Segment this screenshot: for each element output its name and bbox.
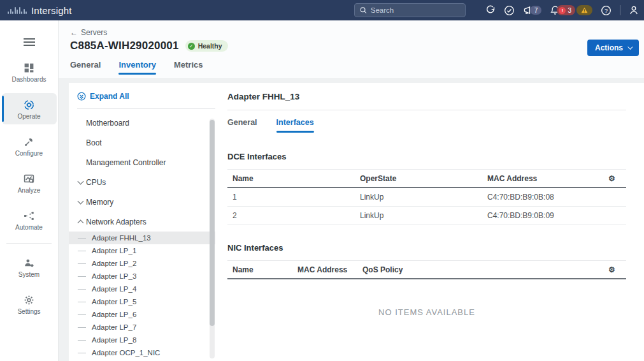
sidebar-item-label: Analyze — [2, 187, 57, 194]
tree-item-label: Motherboard — [86, 119, 129, 128]
table-row[interactable]: 1 LinkUp C4:70:BD:B9:0B:08 — [227, 188, 626, 207]
tree-item[interactable]: Network Adapters — [69, 212, 215, 232]
cell-operstate: LinkUp — [355, 188, 482, 207]
tree-item-label: Memory — [86, 198, 113, 207]
sidebar-item-automate[interactable]: Automate — [2, 204, 57, 235]
tree-connector — [78, 238, 86, 239]
actions-button-label: Actions — [595, 43, 623, 52]
tree-connector — [78, 314, 86, 315]
content-area: ←Servers C885A-WIH29020001 ✓ Healthy Act… — [59, 20, 644, 361]
refresh-icon[interactable] — [485, 5, 496, 15]
global-search[interactable] — [354, 3, 466, 17]
tree-item-label: CPUs — [86, 178, 106, 187]
tree-connector — [78, 289, 86, 290]
tree-item[interactable]: Boot — [69, 133, 215, 152]
dashboards-icon — [2, 62, 57, 73]
tree-item[interactable]: Motherboard — [69, 113, 215, 133]
page-head: ←Servers C885A-WIH29020001 ✓ Healthy Act… — [59, 20, 644, 78]
sidebar-item-operate[interactable]: Operate — [2, 93, 57, 124]
col-header-qos[interactable]: QoS Policy — [357, 261, 603, 279]
tree-item[interactable]: Adapter LP_1 — [69, 244, 215, 257]
sidebar-item-settings[interactable]: Settings — [2, 288, 57, 320]
chevron-down-icon — [627, 44, 633, 49]
inventory-tree-pane: Expand All Motherboard Boot — [69, 83, 215, 361]
col-header-mac[interactable]: MAC Address — [482, 170, 603, 188]
warning-triangle-icon — [581, 7, 588, 13]
breadcrumb-back[interactable]: ←Servers — [70, 28, 107, 37]
table-row[interactable]: 2 LinkUp C4:70:BD:B9:0B:09 — [227, 207, 626, 225]
header-divider — [620, 5, 620, 15]
tree-connector — [78, 353, 86, 353]
cell-mac: C4:70:BD:B9:0B:09 — [482, 207, 603, 225]
svg-text:?: ? — [605, 7, 608, 13]
tree-connector — [78, 251, 86, 251]
tree-item-label: Adapter LP_5 — [92, 298, 136, 306]
tree-item-label: Adapter FHHL_13 — [92, 234, 151, 242]
adapter-detail-pane: Adapter FHHL_13 General Interfaces DCE I… — [215, 83, 644, 361]
tab-metrics[interactable]: Metrics — [174, 60, 203, 75]
tree-item-label: Adapter LP_3 — [92, 272, 136, 280]
tree-scrollbar-thumb[interactable] — [210, 120, 215, 326]
adapter-tabs: General Interfaces — [227, 118, 626, 133]
health-check-icon: ✓ — [188, 43, 195, 50]
help-icon[interactable]: ? — [601, 5, 612, 16]
table-settings-gear-icon[interactable]: ⚙ — [603, 170, 626, 188]
adapter-tab-general[interactable]: General — [227, 118, 257, 133]
alarms-group[interactable]: ! 3 — [550, 5, 592, 16]
tree-item-label: Adapter LP_8 — [92, 336, 136, 344]
col-header-operstate[interactable]: OperState — [355, 170, 482, 188]
expand-all-label: Expand All — [90, 92, 129, 101]
tree-item[interactable]: Management Controller — [69, 152, 215, 172]
nav-divider — [6, 243, 52, 244]
analyze-icon — [2, 173, 57, 184]
table-settings-gear-icon[interactable]: ⚙ — [603, 261, 626, 279]
nic-interfaces-title: NIC Interfaces — [227, 243, 626, 253]
sidebar-item-label: System — [2, 271, 57, 278]
user-icon[interactable] — [629, 5, 639, 15]
sidebar-item-system[interactable]: System — [2, 251, 57, 283]
tree-item-label: Adapter OCP_1_NIC — [92, 349, 160, 357]
sidebar-item-dashboards[interactable]: Dashboards — [2, 56, 57, 87]
col-header-name[interactable]: Name — [227, 170, 355, 188]
tree-item[interactable]: Adapter LP_6 — [69, 308, 215, 321]
tree-item[interactable]: Adapter LP_3 — [69, 270, 215, 283]
search-input[interactable] — [371, 6, 460, 14]
expand-all-button[interactable]: Expand All — [77, 92, 215, 101]
critical-dot-icon: ! — [559, 7, 566, 14]
side-nav: Dashboards Operate Configure Analyze Aut… — [0, 20, 59, 361]
cisco-logo-icon — [8, 6, 27, 14]
settings-gear-icon — [2, 294, 57, 306]
announcements-group[interactable]: 7 — [523, 5, 541, 15]
tree-item[interactable]: Adapter LP_4 — [69, 283, 215, 295]
col-header-name[interactable]: Name — [227, 261, 292, 279]
tab-inventory[interactable]: Inventory — [118, 60, 156, 75]
actions-button[interactable]: Actions — [587, 40, 639, 56]
sidebar-item-label: Operate — [2, 113, 57, 120]
brand[interactable]: Intersight — [0, 5, 72, 16]
tree-item-label: Adapter LP_4 — [92, 285, 136, 293]
tree-item[interactable]: Adapter LP_5 — [69, 295, 215, 308]
dce-interfaces-title: DCE Interfaces — [227, 152, 626, 161]
adapter-tab-interfaces[interactable]: Interfaces — [276, 118, 314, 133]
tab-general[interactable]: General — [70, 60, 101, 75]
tree-item[interactable]: Adapter FHHL_13 — [69, 232, 215, 244]
sidebar-item-analyze[interactable]: Analyze — [2, 167, 57, 198]
tree-item[interactable]: Adapter OCP_1_NIC — [69, 346, 215, 359]
tree-item[interactable]: Adapter LP_8 — [69, 334, 215, 346]
tree-item[interactable]: Adapter LP_7 — [69, 321, 215, 334]
inventory-tree: Motherboard Boot Management Controller — [69, 113, 215, 359]
tree-scrollbar[interactable] — [210, 119, 215, 358]
tree-item-label: Adapter LP_1 — [92, 247, 136, 254]
tree-item[interactable]: Memory — [69, 192, 215, 212]
check-circle-icon[interactable] — [504, 5, 515, 16]
tree-item[interactable]: Adapter LP_2 — [69, 257, 215, 270]
tree-item[interactable]: CPUs — [69, 172, 215, 192]
search-icon — [360, 6, 367, 14]
system-icon — [2, 257, 57, 269]
col-header-mac[interactable]: MAC Address — [292, 261, 357, 279]
tree-item-label: Adapter LP_6 — [92, 311, 136, 318]
sidebar-item-configure[interactable]: Configure — [2, 130, 57, 161]
menu-toggle-icon[interactable] — [24, 38, 35, 40]
sidebar-item-label: Configure — [2, 150, 57, 157]
nic-interfaces-table: Name MAC Address QoS Policy ⚙ — [227, 260, 626, 279]
